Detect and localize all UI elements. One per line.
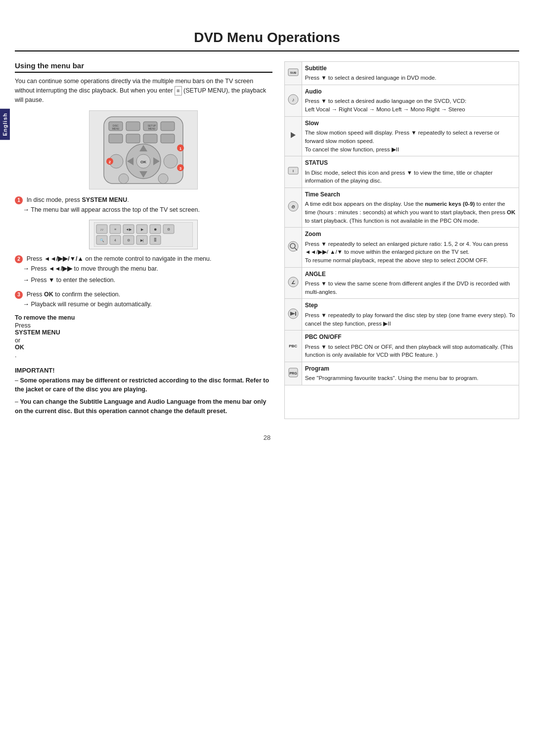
status-content: STATUS In Disc mode, select this icon an… xyxy=(302,156,519,188)
svg-text:♪: ♪ xyxy=(292,97,294,102)
svg-text:≡: ≡ xyxy=(114,228,116,231)
svg-text:4: 4 xyxy=(114,238,116,242)
svg-text:♪♪: ♪♪ xyxy=(100,228,104,231)
svg-text:∠: ∠ xyxy=(291,280,295,285)
svg-point-28 xyxy=(119,174,129,184)
slow-content: Slow The slow motion speed will display.… xyxy=(302,116,519,156)
important-item-1: – Some operations may be different or re… xyxy=(15,376,272,395)
step-2: 2 Press ◄◄/▶▶/▼/▲ on the remote control … xyxy=(15,254,272,285)
section-title: Using the menu bar xyxy=(15,61,272,73)
func-row-step: Step Press ▼ repeatedly to play forward … xyxy=(285,299,519,331)
steps-list: 1 In disc mode, press SYSTEM MENU. → The… xyxy=(15,195,272,215)
audio-icon: ♪ xyxy=(285,85,302,117)
step-1: 1 In disc mode, press SYSTEM MENU. → The… xyxy=(15,195,272,215)
timesearch-icon: ⏱ xyxy=(285,188,302,227)
zoom-icon xyxy=(285,228,302,267)
func-row-audio: ♪ Audio Press ▼ to select a desired audi… xyxy=(285,85,519,117)
zoom-content: Zoom Press ▼ repeatedly to select an enl… xyxy=(302,228,519,267)
func-row-program: PRG Program See "Programming favourite t… xyxy=(285,362,519,385)
svg-rect-6 xyxy=(126,134,140,143)
svg-rect-2 xyxy=(126,122,140,131)
language-tab: English xyxy=(0,109,10,140)
svg-rect-8 xyxy=(161,134,175,143)
pbc-content: PBC ON/OFF Press ▼ to select PBC ON or O… xyxy=(302,331,519,362)
content-area: DVD Menu Operations Using the menu bar Y… xyxy=(15,0,519,441)
step-2-arrow-2: → Press ▼ to enter the selection. xyxy=(23,275,272,285)
status-icon: i xyxy=(285,156,302,188)
svg-text:◄▶: ◄▶ xyxy=(126,228,132,231)
func-row-slow: Slow The slow motion speed will display.… xyxy=(285,116,519,156)
program-icon: PRG xyxy=(285,362,302,385)
svg-rect-5 xyxy=(109,134,123,143)
page-container: English DVD Menu Operations Using the me… xyxy=(0,0,534,756)
func-row-pbc: PBC PBC ON/OFF Press ▼ to select PBC ON … xyxy=(285,331,519,362)
angle-icon: ∠ xyxy=(285,267,302,299)
step-2-arrow-1: → Press ◄◄/▶▶ to move through the menu b… xyxy=(23,264,272,274)
svg-text:⏱: ⏱ xyxy=(291,205,295,209)
svg-text:1: 1 xyxy=(179,146,182,151)
page-title: DVD Menu Operations xyxy=(15,30,519,51)
left-column: Using the menu bar You can continue some… xyxy=(15,61,272,419)
svg-text:MENU: MENU xyxy=(148,127,156,130)
step-1-arrow-1: → The menu bar will appear across the to… xyxy=(23,205,272,215)
svg-text:▶|: ▶| xyxy=(140,238,144,242)
audio-content: Audio Press ▼ to select a desired audio … xyxy=(302,85,519,117)
svg-marker-57 xyxy=(291,132,296,138)
func-row-status: i STATUS In Disc mode, select this icon … xyxy=(285,156,519,188)
func-row-angle: ∠ ANGLE Press ▼ to view the same scene f… xyxy=(285,267,519,299)
svg-text:SUB: SUB xyxy=(290,71,296,74)
functions-table: SUB Subtitle Press ▼ to select a desired… xyxy=(285,62,519,385)
remove-menu: To remove the menu Press SYSTEM MENU or … xyxy=(15,314,272,359)
steps-list-2: 2 Press ◄◄/▶▶/▼/▲ on the remote control … xyxy=(15,254,272,309)
svg-text:MENU: MENU xyxy=(112,127,120,130)
important-item-2: – You can change the Subtitle Language a… xyxy=(15,397,272,416)
svg-text:≣: ≣ xyxy=(154,238,157,242)
important-box: IMPORTANT! – Some operations may be diff… xyxy=(15,366,272,416)
angle-content: ANGLE Press ▼ to view the same scene fro… xyxy=(302,267,519,299)
pbc-icon: PBC xyxy=(285,331,302,362)
timesearch-content: Time Search A time edit box appears on t… xyxy=(302,188,519,227)
svg-text:⏺: ⏺ xyxy=(154,228,157,231)
step-icon xyxy=(285,299,302,331)
svg-text:⚙: ⚙ xyxy=(167,228,170,231)
subtitle-content: Subtitle Press ▼ to select a desired lan… xyxy=(302,62,519,85)
slow-icon xyxy=(285,116,302,156)
step-content: Step Press ▼ repeatedly to play forward … xyxy=(302,299,519,331)
page-number: 28 xyxy=(15,434,519,441)
svg-text:i: i xyxy=(293,169,294,173)
menu-bar-image: ♪♪ ≡ ◄▶ ▶ ⏺ ⚙ 🔍 xyxy=(89,220,198,249)
remote-diagram: DISC MENU SETUP MENU OK xyxy=(89,110,198,189)
right-column: SUB Subtitle Press ▼ to select a desired… xyxy=(284,61,519,419)
svg-text:3: 3 xyxy=(179,166,182,171)
step-3: 3 Press OK to confirm the selection. → P… xyxy=(15,290,272,309)
func-row-zoom: Zoom Press ▼ repeatedly to select an enl… xyxy=(285,228,519,267)
subtitle-icon: SUB xyxy=(285,62,302,85)
svg-text:PRG: PRG xyxy=(289,372,297,375)
svg-text:OK: OK xyxy=(140,160,146,164)
func-row-timesearch: ⏱ Time Search A time edit box appears on… xyxy=(285,188,519,227)
svg-rect-4 xyxy=(161,122,175,131)
svg-text:⚙: ⚙ xyxy=(127,238,130,242)
svg-point-21 xyxy=(164,154,178,168)
intro-text: You can continue some operations directl… xyxy=(15,77,272,104)
svg-rect-69 xyxy=(295,312,296,316)
svg-rect-7 xyxy=(143,134,157,143)
func-row-subtitle: SUB Subtitle Press ▼ to select a desired… xyxy=(285,62,519,85)
svg-text:🔍: 🔍 xyxy=(100,238,104,242)
svg-point-29 xyxy=(158,174,168,184)
two-column-layout: Using the menu bar You can continue some… xyxy=(15,61,519,419)
svg-text:2: 2 xyxy=(109,160,111,164)
program-content: Program See "Programming favourite track… xyxy=(302,362,519,385)
step-3-arrow-1: → Playback will resume or begin automati… xyxy=(23,299,272,309)
